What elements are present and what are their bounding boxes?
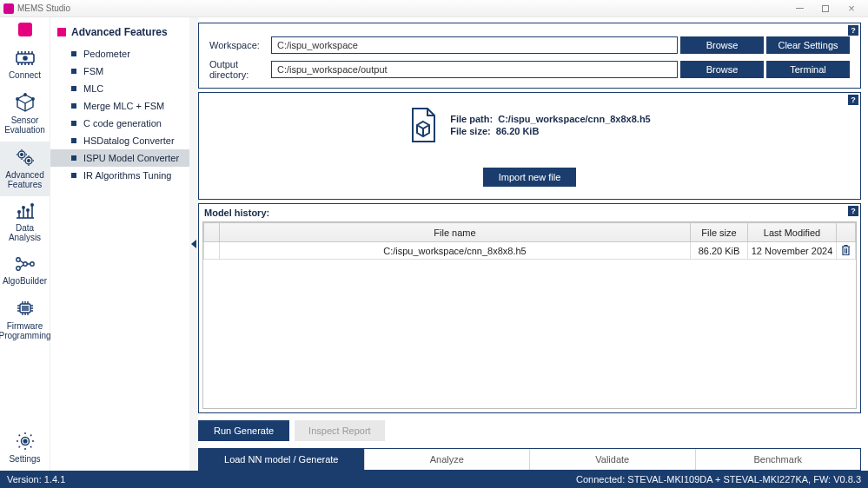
nav-item-ir-algorithms-tuning[interactable]: IR Algorithms Tuning xyxy=(50,167,189,184)
left-rail: Connect Sensor Evaluation Advanced Featu… xyxy=(0,17,50,471)
chart-icon xyxy=(14,201,36,221)
output-dir-input[interactable] xyxy=(271,61,678,78)
output-dir-label: Output directory: xyxy=(209,59,268,80)
table-header-row: File name File size Last Modified xyxy=(204,223,856,242)
bullet-icon xyxy=(71,51,76,56)
nav-label: Merge MLC + FSM xyxy=(83,101,164,111)
minimize-icon xyxy=(796,8,804,9)
output-browse-button[interactable]: Browse xyxy=(680,61,764,78)
inspect-report-button[interactable]: Inspect Report xyxy=(295,420,385,441)
tab-benchmark[interactable]: Benchmark xyxy=(696,449,861,470)
nav-item-mlc[interactable]: MLC xyxy=(50,80,189,97)
nav-item-hsdatalog-converter[interactable]: HSDatalog Converter xyxy=(50,132,189,149)
model-history-table: File name File size Last Modified C:/isp… xyxy=(202,221,857,409)
nav-label: HSDatalog Converter xyxy=(83,135,175,146)
rail-item-advanced-features[interactable]: Advanced Features xyxy=(0,142,50,196)
nav-label: FSM xyxy=(83,66,103,76)
row-select-cell[interactable] xyxy=(204,242,220,260)
svg-point-2 xyxy=(23,94,25,96)
rail-label: Data Analysis xyxy=(9,223,41,242)
nav-item-pedometer[interactable]: Pedometer xyxy=(50,45,189,63)
help-button[interactable]: ? xyxy=(848,95,858,105)
rail-label: Sensor Evaluation xyxy=(4,115,45,135)
svg-point-16 xyxy=(23,262,26,266)
window-titlebar: MEMS Studio × xyxy=(0,0,868,17)
svg-point-10 xyxy=(22,207,23,208)
rail-item-connect[interactable]: Connect xyxy=(0,43,50,87)
workspace-browse-button[interactable]: Browse xyxy=(680,36,764,54)
heading-square-icon xyxy=(57,28,66,36)
rail-item-settings[interactable]: Settings xyxy=(0,425,50,471)
cell-file-name: C:/ispu_workspace/cnn_8x8x8.h5 xyxy=(220,242,691,260)
col-select xyxy=(204,223,220,242)
window-maximize-button[interactable] xyxy=(812,1,838,16)
model-file-icon xyxy=(408,107,438,143)
bullet-icon xyxy=(71,155,76,161)
file-path-label: File path: xyxy=(450,114,493,124)
tab-analyze[interactable]: Analyze xyxy=(365,449,531,470)
tab-validate[interactable]: Validate xyxy=(530,449,696,470)
svg-point-12 xyxy=(30,204,32,206)
cell-file-size: 86.20 KiB xyxy=(691,242,748,260)
import-new-file-button[interactable]: Import new file xyxy=(483,168,577,187)
status-version: Version: 1.4.1 xyxy=(7,474,65,485)
panel-collapse-handle[interactable] xyxy=(189,17,198,471)
col-delete xyxy=(837,223,856,242)
gear-icon xyxy=(15,431,36,452)
chevron-left-icon xyxy=(191,240,196,248)
rail-item-algobuilder[interactable]: AlgoBuilder xyxy=(0,249,50,293)
model-history-panel: ? Model history: File name File size Las… xyxy=(198,203,861,413)
svg-point-4 xyxy=(16,98,17,100)
clear-settings-button[interactable]: Clear Settings xyxy=(766,36,850,54)
rail-item-data-analysis[interactable]: Data Analysis xyxy=(0,196,50,249)
nav-item-ispu-model-converter[interactable]: ISPU Model Converter xyxy=(50,149,189,167)
file-size-value: 86.20 KiB xyxy=(496,126,540,136)
nav-item-c-code-generation[interactable]: C code generation xyxy=(50,115,189,132)
svg-point-13 xyxy=(16,258,19,261)
bullet-icon xyxy=(71,69,76,74)
workspace-label: Workspace: xyxy=(209,40,268,50)
help-button[interactable]: ? xyxy=(848,25,858,36)
col-file-size[interactable]: File size xyxy=(691,223,748,242)
rail-item-firmware-programming[interactable]: Firmware Programming xyxy=(0,293,50,347)
table-row[interactable]: C:/ispu_workspace/cnn_8x8x8.h5 86.20 KiB… xyxy=(204,242,856,260)
terminal-button[interactable]: Terminal xyxy=(766,61,850,78)
cube-icon xyxy=(14,92,36,113)
window-close-button[interactable]: × xyxy=(838,1,865,16)
maximize-icon xyxy=(822,5,829,12)
tab-load-generate[interactable]: Load NN model / Generate xyxy=(199,449,365,470)
bullet-icon xyxy=(71,138,76,143)
app-accent-square xyxy=(18,23,32,36)
nav-item-merge-mlc-fsm[interactable]: Merge MLC + FSM xyxy=(50,97,189,115)
run-generate-button[interactable]: Run Generate xyxy=(198,420,289,441)
nav-label: ISPU Model Converter xyxy=(83,153,179,163)
app-icon xyxy=(3,3,14,14)
bullet-icon xyxy=(71,86,76,91)
cell-last-modified: 12 November 2024 xyxy=(748,242,837,260)
file-size-label: File size: xyxy=(450,126,490,136)
graph-icon xyxy=(14,254,36,274)
row-delete-button[interactable] xyxy=(837,242,856,260)
model-history-heading: Model history: xyxy=(199,204,860,221)
file-info-panel: ? File path: C:/ispu_workspace/cnn_8x8x8… xyxy=(198,92,861,200)
workspace-input[interactable] xyxy=(271,36,678,54)
nav-label: C code generation xyxy=(83,118,162,129)
svg-point-11 xyxy=(26,209,28,211)
main-panel: ? Workspace: Browse Clear Settings Outpu… xyxy=(198,17,868,471)
svg-point-14 xyxy=(16,267,19,270)
nav-label: MLC xyxy=(83,83,103,94)
action-buttons: Run Generate Inspect Report xyxy=(198,417,861,445)
rail-item-sensor-evaluation[interactable]: Sensor Evaluation xyxy=(0,87,50,142)
col-last-modified[interactable]: Last Modified xyxy=(748,223,837,242)
bullet-icon xyxy=(71,121,76,126)
help-button[interactable]: ? xyxy=(848,206,858,216)
rail-label: Connect xyxy=(9,70,41,80)
nav-item-fsm[interactable]: FSM xyxy=(50,63,189,80)
svg-point-8 xyxy=(27,160,30,162)
status-bar: Version: 1.4.1 Connected: STEVAL-MKI109D… xyxy=(0,471,868,488)
rail-label: Advanced Features xyxy=(5,170,43,189)
col-file-name[interactable]: File name xyxy=(220,223,691,242)
window-minimize-button[interactable] xyxy=(786,1,812,16)
connect-icon xyxy=(14,49,36,68)
rail-label: Settings xyxy=(9,454,40,464)
